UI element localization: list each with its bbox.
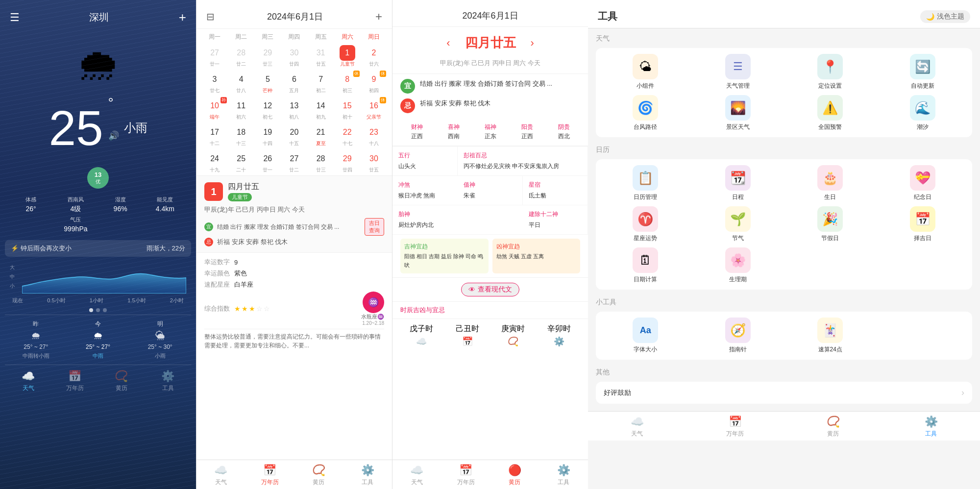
cal-day-may31[interactable]: 31廿五	[308, 43, 334, 70]
cal-day-20[interactable]: 20十五	[281, 122, 307, 149]
cal-day-5[interactable]: 5芒种	[254, 70, 281, 96]
cal-day-18[interactable]: 18十三	[228, 122, 254, 149]
cal-day-3[interactable]: 3廿七	[201, 70, 228, 96]
tab-wannianli[interactable]: 📅 万年历	[51, 370, 98, 392]
tool-warning[interactable]: ⚠️ 全国预警	[786, 95, 874, 131]
view-modern-button[interactable]: 👁 查看现代文	[461, 283, 519, 296]
cal-day-17[interactable]: 17十二	[201, 122, 228, 149]
cal-tab-gongju[interactable]: ⚙️ 工具	[343, 464, 392, 487]
cal-day-16[interactable]: 休16父亲节	[361, 96, 387, 122]
tool-widget[interactable]: 🌤 小组件	[602, 54, 689, 90]
tool-cal-manage[interactable]: 📋 日历管理	[602, 165, 689, 201]
tool-schedule[interactable]: 📆 日程	[694, 165, 782, 201]
aquarius-icon[interactable]: ♒	[363, 292, 384, 313]
cal-manage-icon: 📋	[637, 171, 653, 186]
cal-tab-wannianli[interactable]: 📅 万年历	[245, 464, 294, 487]
tool-scenic[interactable]: 🌄 景区天气	[694, 95, 782, 131]
cal-day-12[interactable]: 12初七	[254, 96, 281, 122]
cal-day-24[interactable]: 24十九	[201, 149, 228, 175]
tool-tides[interactable]: 🌊 潮汐	[879, 95, 967, 131]
gji-query-button[interactable]: 吉日查询	[365, 218, 384, 236]
tool-anniversary[interactable]: 💝 纪念日	[879, 165, 967, 201]
calendar-grid-icon[interactable]: ⊟	[206, 11, 215, 23]
cloud-area: 🌧	[0, 30, 196, 95]
prev-month-button[interactable]: ‹	[446, 37, 450, 49]
cal-day-25[interactable]: 25二十	[228, 149, 254, 175]
cal-day-10[interactable]: 补10端午	[201, 96, 228, 122]
tools-tab-gongju[interactable]: ⚙️ 工具	[882, 416, 980, 438]
cal-day-27[interactable]: 27廿二	[281, 149, 307, 175]
tools-tab-huangli[interactable]: 📿 黄历	[784, 416, 882, 438]
cal-tab-tianqi[interactable]: ☁️ 天气	[196, 464, 245, 487]
cal-day-1[interactable]: 1 儿童节	[334, 43, 361, 70]
forecast-tomorrow: 明 🌦 25° ~ 30° 小雨	[129, 320, 191, 360]
cal-tab-huangli[interactable]: 📿 黄历	[294, 464, 343, 487]
tool-period[interactable]: 🌸 生理期	[694, 247, 782, 284]
cal-day-26[interactable]: 26廿一	[254, 149, 281, 175]
tool-date-calc[interactable]: 🗓 日期计算	[602, 247, 689, 284]
horoscope-tool-icon: ♈	[637, 212, 653, 227]
cal-day-28[interactable]: 28廿三	[308, 149, 334, 175]
tool-auto-update[interactable]: 🔄 自动更新	[879, 54, 967, 90]
cal-day-2[interactable]: 2廿六	[361, 43, 387, 70]
cal-day-may28[interactable]: 28廿二	[228, 43, 254, 70]
lucky-star: 白羊座	[234, 280, 253, 289]
cal-day-21[interactable]: 21夏至	[308, 122, 334, 149]
cal-day-23[interactable]: 23十八	[361, 122, 387, 149]
tools-tab-tianqi[interactable]: ☁️ 天气	[588, 416, 686, 438]
cal-day-may30[interactable]: 30廿四	[281, 43, 307, 70]
calendar-add-button[interactable]: +	[375, 10, 382, 24]
tool-calc24[interactable]: 🃏 速算24点	[786, 318, 874, 354]
theme-toggle-button[interactable]: 🌙 浅色主题	[920, 10, 970, 23]
tab-huangli[interactable]: 📿 黄历	[98, 370, 145, 392]
tool-solar-terms[interactable]: 🌱 节气	[694, 206, 782, 243]
add-location-button[interactable]: +	[179, 10, 186, 25]
cal-day-may27[interactable]: 27廿一	[201, 43, 228, 70]
cal-day-14[interactable]: 14初九	[308, 96, 334, 122]
cal-day-7[interactable]: 7初二	[308, 70, 334, 96]
weather-tools-section: 天气 🌤 小组件 ☰ 天气管理 📍 定位设置 🔄 自动更新 🌀 台风路径	[588, 28, 980, 140]
tab-tianqi[interactable]: ☁️ 天气	[5, 370, 51, 392]
lucky-info: 幸运数字 9 幸运颜色 紫色 速配星座 白羊座 综合指数 ★ ★ ★ ☆ ☆ ♒…	[196, 252, 392, 355]
cal-day-19[interactable]: 19十四	[254, 122, 281, 149]
tools-tab-wannianli[interactable]: 📅 万年历	[686, 416, 784, 438]
menu-icon[interactable]: ☰	[10, 11, 20, 24]
tool-weather-manage[interactable]: ☰ 天气管理	[694, 54, 782, 90]
cal-day-may29[interactable]: 29廿三	[254, 43, 281, 70]
ji-text: 祈福 安床 安葬 祭祀 伐木	[217, 238, 288, 246]
hl-tab-huangli[interactable]: 🔴 黄历	[490, 464, 539, 487]
tool-horoscope[interactable]: ♈ 星座运势	[602, 206, 689, 243]
next-month-button[interactable]: ›	[531, 37, 534, 49]
tool-location[interactable]: 📍 定位设置	[786, 54, 874, 90]
cal-day-13[interactable]: 13初八	[281, 96, 307, 122]
selected-date-info: 1 四月廿五 儿童节 甲辰(龙)年 己巳月 丙申日 周六 今天 宜 结婚 出行 …	[196, 175, 392, 252]
tab-gongju[interactable]: ⚙️ 工具	[145, 370, 191, 392]
cal-day-4[interactable]: 4廿八	[228, 70, 254, 96]
holidays-icon: 🎉	[822, 212, 838, 227]
hl-tab-gongju[interactable]: ⚙️ 工具	[539, 464, 588, 487]
lucky-stars: ★ ★ ★ ☆ ☆	[234, 305, 270, 313]
temperature: 25	[49, 103, 103, 152]
good-review-row[interactable]: 好评鼓励 ›	[596, 382, 972, 404]
cal-day-15[interactable]: 15初十	[334, 96, 361, 122]
jishen-bad: 凶神宜趋 劫煞 天贼 五虚 五离	[492, 239, 581, 273]
tool-font-size[interactable]: Aa 字体大小	[602, 318, 689, 354]
lucky-color-row: 幸运颜色 紫色	[204, 269, 384, 278]
tool-holidays[interactable]: 🎉 节假日	[786, 206, 874, 243]
chevron-right-icon: ›	[961, 388, 964, 398]
cal-day-8[interactable]: 休8初三	[334, 70, 361, 96]
tool-compass[interactable]: 🧭 指南针	[694, 318, 782, 354]
weather-panel: ☰ 深圳 + 🌧 25 ° 🔊 小雨 13 优 体感 26° 西南风	[0, 0, 196, 489]
hl-tab-tianqi[interactable]: ☁️ 天气	[392, 464, 441, 487]
tool-typhoon[interactable]: 🌀 台风路径	[602, 95, 689, 131]
cal-day-9[interactable]: 休9初四	[361, 70, 387, 96]
cal-day-11[interactable]: 11初六	[228, 96, 254, 122]
sound-icon[interactable]: 🔊	[108, 130, 119, 141]
cal-day-6[interactable]: 6五月	[281, 70, 307, 96]
tool-birthday[interactable]: 🎂 生日	[786, 165, 874, 201]
tool-choose-date[interactable]: 📅 择吉日	[879, 206, 967, 243]
hl-tab-wannianli[interactable]: 📅 万年历	[441, 464, 490, 487]
cal-day-30[interactable]: 30廿五	[361, 149, 387, 175]
cal-day-29[interactable]: 29廿四	[334, 149, 361, 175]
cal-day-22[interactable]: 22十七	[334, 122, 361, 149]
